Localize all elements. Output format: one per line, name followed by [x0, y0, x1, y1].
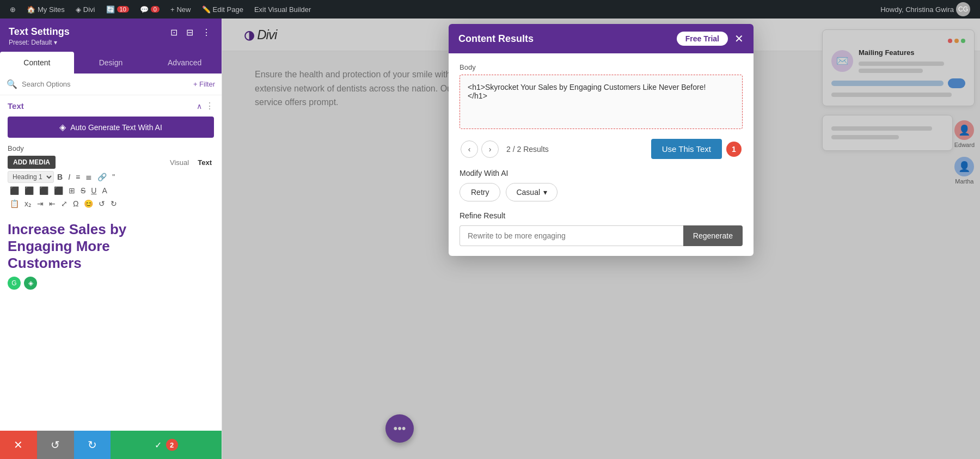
tab-content[interactable]: Content — [0, 52, 74, 74]
columns-icon[interactable]: ⊟ — [184, 26, 195, 39]
more-options-icon[interactable]: ⋮ — [200, 26, 213, 39]
indent-button[interactable]: ⇥ — [35, 198, 46, 209]
bottom-bar: ✕ ↺ ↻ ✓ 2 — [0, 431, 222, 459]
ai-badge: ◈ — [24, 277, 37, 290]
align-center-button[interactable]: ⬛ — [22, 185, 36, 196]
bold-button[interactable]: B — [55, 171, 65, 183]
use-this-text-button[interactable]: Use This Text — [651, 139, 722, 159]
add-media-button[interactable]: ADD MEDIA — [8, 156, 56, 169]
refresh-icon: 🔄 — [106, 5, 115, 14]
link-button[interactable]: 🔗 — [95, 171, 109, 183]
refine-row: Regenerate — [460, 225, 743, 246]
fullscreen-button[interactable]: ⤢ — [59, 198, 70, 209]
wordpress-menu[interactable]: ⊕ — [5, 0, 20, 19]
emoji-button[interactable]: 😊 — [82, 198, 95, 209]
next-result-button[interactable]: › — [481, 140, 499, 158]
modify-actions: Retry Casual ▾ — [460, 183, 743, 201]
search-input[interactable] — [22, 80, 189, 88]
align-left-button[interactable]: ⬛ — [8, 185, 21, 196]
modal-title: Content Results — [458, 33, 534, 45]
ai-generate-button[interactable]: ◈ Auto Generate Text With AI — [8, 117, 214, 138]
collapse-icon[interactable]: ∧ — [197, 102, 202, 111]
cancel-button[interactable]: ✕ — [0, 431, 37, 459]
sidebar-header: Text Settings Preset: Default ▾ ⊡ ⊟ ⋮ — [0, 19, 222, 52]
text-section: Text ∧ ⋮ ◈ Auto Generate Text With AI Bo… — [0, 95, 222, 215]
sidebar-preset[interactable]: Preset: Default ▾ — [9, 39, 70, 46]
align-right-button[interactable]: ⬛ — [37, 185, 51, 196]
comments-menu[interactable]: 💬 0 — [136, 0, 164, 19]
undo-editor-button[interactable]: ↺ — [96, 198, 107, 209]
heading-select[interactable]: Heading 1 — [8, 171, 54, 183]
plus-icon: + — [170, 5, 175, 14]
tab-advanced[interactable]: Advanced — [148, 52, 222, 74]
sidebar: Text Settings Preset: Default ▾ ⊡ ⊟ ⋮ Co… — [0, 19, 222, 459]
divi-menu[interactable]: ◈ Divi — [71, 0, 100, 19]
modal-close-button[interactable]: ✕ — [734, 33, 744, 44]
retry-button[interactable]: Retry — [460, 183, 500, 201]
blockquote-button[interactable]: " — [110, 171, 117, 183]
table-button[interactable]: ⊞ — [66, 185, 77, 196]
updates-menu[interactable]: 🔄 10 — [102, 0, 133, 19]
casual-chevron-icon: ▾ — [543, 188, 547, 197]
color-button[interactable]: A — [100, 185, 109, 196]
section-title: Text — [8, 101, 24, 111]
result-textarea[interactable]: <h1>Skyrocket Your Sales by Engaging Cus… — [460, 75, 743, 129]
strikethrough-button[interactable]: S — [78, 185, 88, 196]
comment-icon: 💬 — [140, 5, 149, 14]
divi-icon: ◈ — [76, 5, 81, 14]
main-layout: Text Settings Preset: Default ▾ ⊡ ⊟ ⋮ Co… — [0, 19, 980, 459]
user-menu[interactable]: Howdy, Christina Gwira CG — [876, 0, 975, 19]
my-sites-menu[interactable]: 🏠 My Sites — [22, 0, 69, 19]
formatting-toolbar-2: ⬛ ⬛ ⬛ ⬛ ⊞ S U A — [8, 185, 214, 196]
regenerate-button[interactable]: Regenerate — [683, 225, 743, 246]
underline-button[interactable]: U — [89, 185, 99, 196]
modal-header: Content Results Free Trial ✕ — [449, 24, 754, 53]
formatting-toolbar: Heading 1 B I ≡ ≣ 🔗 " — [8, 171, 214, 183]
paste-button[interactable]: 📋 — [8, 198, 21, 209]
sidebar-tabs: Content Design Advanced — [0, 52, 222, 74]
special-char-button[interactable]: Ω — [71, 198, 81, 209]
italic-button[interactable]: I — [66, 171, 72, 183]
casual-button[interactable]: Casual ▾ — [506, 183, 558, 201]
outdent-button[interactable]: ⇤ — [47, 198, 58, 209]
filter-button[interactable]: + Filter — [193, 80, 215, 88]
modal-nav-right: Use This Text 1 — [651, 139, 742, 159]
body-field-label: Body — [8, 144, 214, 152]
notification-badge: 1 — [726, 142, 742, 157]
body-label: Body — [460, 63, 743, 71]
expand-icon[interactable]: ⊡ — [168, 26, 180, 39]
text-view-button[interactable]: Text — [195, 157, 214, 168]
refine-input[interactable] — [460, 225, 683, 246]
redo-button[interactable]: ↻ — [74, 431, 111, 459]
preview-area: Increase Sales by Engaging More Customer… — [0, 215, 222, 296]
modal-body: Body <h1>Skyrocket Your Sales by Engagin… — [449, 53, 754, 256]
content-area: ◑ Divi Home About Us Services Portfolio … — [222, 19, 980, 459]
ai-icon: ◈ — [59, 122, 66, 132]
new-menu[interactable]: + New — [166, 0, 195, 19]
prev-result-button[interactable]: ‹ — [461, 140, 478, 158]
section-options-icon[interactable]: ⋮ — [205, 101, 214, 111]
subscript-button[interactable]: x₂ — [22, 198, 34, 209]
home-icon: 🏠 — [27, 5, 35, 14]
visual-view-button[interactable]: Visual — [168, 157, 191, 168]
ordered-list-button[interactable]: ≣ — [83, 171, 94, 183]
free-trial-badge[interactable]: Free Trial — [677, 32, 728, 46]
exit-builder-menu[interactable]: Exit Visual Builder — [250, 0, 316, 19]
refine-section: Refine Result Regenerate — [460, 211, 743, 246]
modal-navigation: ‹ › 2 / 2 Results Use This Text 1 — [460, 139, 743, 159]
save-badge: 2 — [166, 439, 178, 451]
edit-page-menu[interactable]: ✏️ Edit Page — [198, 0, 248, 19]
unordered-list-button[interactable]: ≡ — [74, 171, 82, 183]
avatar: CG — [956, 2, 970, 16]
tab-design[interactable]: Design — [74, 52, 148, 74]
wordpress-icon: ⊕ — [10, 5, 16, 14]
grammarly-badge: G — [8, 277, 21, 290]
save-button[interactable]: ✓ 2 — [111, 431, 222, 459]
formatting-toolbar-3: 📋 x₂ ⇥ ⇤ ⤢ Ω 😊 ↺ ↻ — [8, 198, 214, 209]
search-bar: 🔍 + Filter — [0, 74, 222, 95]
editor-top-bar: ADD MEDIA Visual Text — [8, 156, 214, 169]
modify-label: Modify With AI — [460, 169, 743, 178]
justify-button[interactable]: ⬛ — [52, 185, 65, 196]
undo-button[interactable]: ↺ — [37, 431, 74, 459]
redo-editor-button[interactable]: ↻ — [108, 198, 119, 209]
